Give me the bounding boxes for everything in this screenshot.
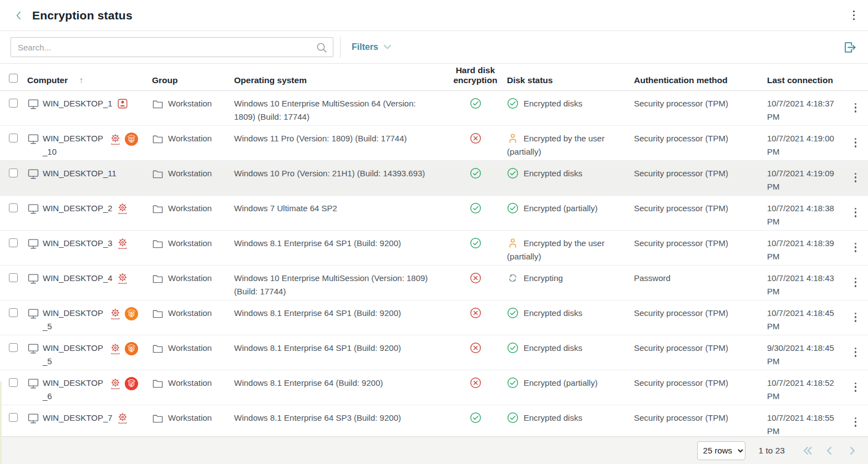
table-row[interactable]: WIN_DESKTOP_4 Workstation Windows 10 Ent… xyxy=(0,266,868,300)
last-connection: 10/7/2021 4:18:52 PM xyxy=(764,376,843,403)
column-header-group[interactable]: Group xyxy=(152,75,234,85)
operating-system: Windows 8.1 Enterprise 64 SP3 (Build: 92… xyxy=(234,411,451,425)
row-menu-icon[interactable] xyxy=(851,414,860,430)
authentication-method: Security processor (TPM) xyxy=(631,202,764,215)
table-row[interactable]: WIN_DESKTOP_3 Workstation Windows 8.1 En… xyxy=(0,231,868,266)
computer-name: WIN_DESKTOP_11 xyxy=(43,167,116,180)
disk-status: Encrypted (partially) xyxy=(499,202,631,215)
select-all-checkbox[interactable] xyxy=(9,74,18,83)
folder-icon xyxy=(152,169,164,179)
operating-system: Windows 10 Pro (Version: 21H1) (Build: 1… xyxy=(234,167,451,180)
page-menu-icon[interactable] xyxy=(850,7,858,23)
authentication-method: Security processor (TPM) xyxy=(631,167,764,180)
column-header-last-connection[interactable]: Last connection xyxy=(764,75,843,85)
row-menu-icon[interactable] xyxy=(851,205,860,220)
back-button[interactable] xyxy=(12,9,26,22)
folder-icon xyxy=(152,238,164,249)
export-icon[interactable] xyxy=(842,39,858,55)
gear-underline-icon xyxy=(116,272,129,285)
check-circle-icon xyxy=(507,98,519,109)
check-circle-icon xyxy=(470,167,481,179)
computer-badges xyxy=(116,202,129,215)
row-menu-icon[interactable] xyxy=(851,379,860,395)
table-row[interactable]: WIN_DESKTOP_5 Workstation Windows 8.1 En… xyxy=(0,335,868,370)
table-row[interactable]: WIN_DESKTOP_2 Workstation Windows 7 Ulti… xyxy=(0,196,868,231)
previous-page-icon[interactable] xyxy=(823,443,837,458)
computer-name: WIN_DESKTOP_7 xyxy=(43,411,113,425)
filters-button[interactable]: Filters xyxy=(352,42,392,52)
row-checkbox[interactable] xyxy=(9,308,18,317)
sort-asc-icon[interactable]: ↑ xyxy=(79,75,83,85)
row-menu-icon[interactable] xyxy=(851,344,860,360)
computer-badges xyxy=(116,272,129,285)
hard-disk-encryption-status xyxy=(451,237,499,253)
row-checkbox[interactable] xyxy=(9,169,18,177)
disk-status-label: Encrypting xyxy=(524,273,563,283)
hard-disk-encryption-status xyxy=(451,272,499,288)
operating-system: Windows 10 Enterprise MultiSession (Vers… xyxy=(234,272,451,298)
disk-status-label: Encrypted by the user (partially) xyxy=(507,238,605,261)
group-name: Workstation xyxy=(168,167,212,180)
table-row[interactable]: WIN_DESKTOP_7 Workstation Windows 8.1 En… xyxy=(0,405,868,436)
row-checkbox[interactable] xyxy=(9,238,18,247)
table-row[interactable]: WIN_DESKTOP_6 Workstation Windows 8.1 En… xyxy=(0,370,868,405)
row-checkbox[interactable] xyxy=(9,343,18,352)
user-outline-icon xyxy=(507,237,519,249)
hard-disk-encryption-status xyxy=(451,167,499,183)
disk-status: Encrypted disks xyxy=(499,167,631,180)
table-header: Computer ↑ Group Operating system Hard d… xyxy=(0,64,868,91)
disk-status: Encrypting xyxy=(499,272,631,285)
disk-status-label: Encrypted disks xyxy=(524,308,582,318)
column-header-authentication-method[interactable]: Authentication method xyxy=(631,75,764,85)
disk-status-label: Encrypted disks xyxy=(524,99,582,108)
authentication-method: Security processor (TPM) xyxy=(631,97,764,110)
x-circle-icon xyxy=(470,272,481,284)
row-menu-icon[interactable] xyxy=(851,274,860,290)
monitor-check-badge-icon xyxy=(125,377,138,390)
gear-underline-icon xyxy=(109,308,121,320)
computer-icon xyxy=(27,412,39,424)
authentication-method: Security processor (TPM) xyxy=(631,376,764,390)
table-row[interactable]: WIN_DESKTOP_10 Workstation Windows 11 Pr… xyxy=(0,126,868,161)
next-page-icon[interactable] xyxy=(845,443,859,458)
row-checkbox[interactable] xyxy=(9,203,18,212)
search-icon[interactable] xyxy=(316,42,327,53)
search-input[interactable] xyxy=(18,43,316,52)
computer-badges xyxy=(116,98,129,110)
table-row[interactable]: WIN_DESKTOP_1 Workstation Windows 10 Ent… xyxy=(0,91,868,126)
disk-status-label: Encrypted disks xyxy=(524,413,582,422)
column-header-computer[interactable]: Computer ↑ xyxy=(27,75,152,85)
group-name: Workstation xyxy=(168,237,212,250)
rows-per-page-select[interactable]: 25 rows xyxy=(697,441,745,460)
last-connection: 10/7/2021 4:18:38 PM xyxy=(764,202,843,228)
row-checkbox[interactable] xyxy=(9,273,18,282)
computer-badges xyxy=(116,412,129,425)
column-header-disk-status[interactable]: Disk status xyxy=(499,75,631,85)
column-header-operating-system[interactable]: Operating system xyxy=(234,75,451,85)
table-row[interactable]: WIN_DESKTOP_5 Workstation Windows 8.1 En… xyxy=(0,300,868,335)
disk-status: Encrypted (partially) xyxy=(499,376,631,390)
row-checkbox[interactable] xyxy=(9,378,18,387)
pagination-range-label: 1 to 23 xyxy=(759,446,785,456)
row-menu-icon[interactable] xyxy=(851,100,860,115)
search-box xyxy=(11,37,333,57)
computer-icon xyxy=(27,273,39,284)
check-circle-icon xyxy=(470,412,481,424)
row-menu-icon[interactable] xyxy=(851,309,860,325)
user-card-badge-icon xyxy=(116,98,129,110)
disk-status: Encrypted by the user (partially) xyxy=(499,132,631,159)
operating-system: Windows 7 Ultimate 64 SP2 xyxy=(234,202,451,215)
row-checkbox[interactable] xyxy=(9,134,18,142)
table-row[interactable]: WIN_DESKTOP_11 Workstation Windows 10 Pr… xyxy=(0,161,868,196)
column-header-hard-disk-encryption[interactable]: Hard disk encryption xyxy=(451,65,499,85)
row-menu-icon[interactable] xyxy=(851,239,860,255)
monitor-x-badge-icon xyxy=(125,132,138,146)
row-checkbox[interactable] xyxy=(9,413,18,422)
toolbar-divider xyxy=(340,37,341,58)
computer-badges xyxy=(109,377,138,390)
row-checkbox[interactable] xyxy=(9,99,18,108)
first-page-icon[interactable] xyxy=(800,443,815,458)
computer-badges xyxy=(109,307,138,320)
row-menu-icon[interactable] xyxy=(851,170,860,185)
row-menu-icon[interactable] xyxy=(851,135,860,150)
